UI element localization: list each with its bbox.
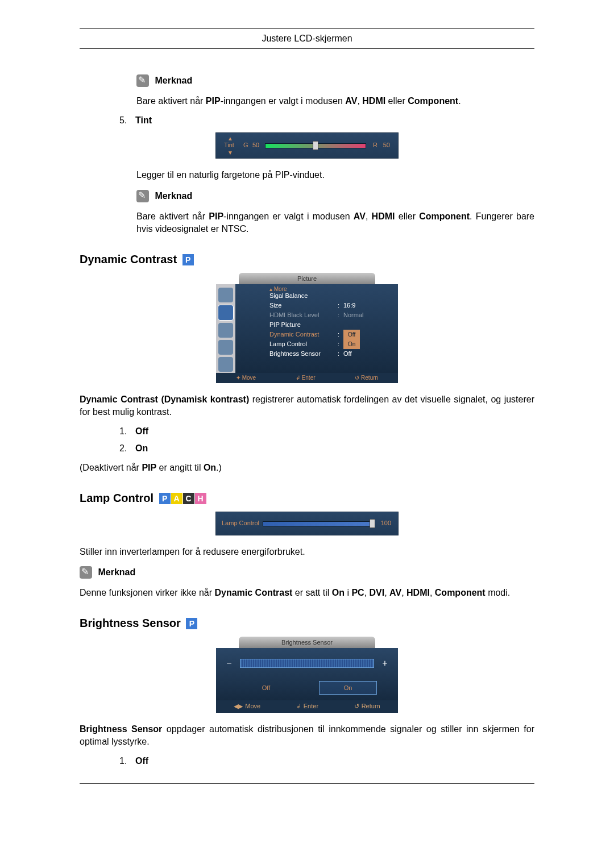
mode-badge-p: P <box>159 493 171 504</box>
mode-badge-c: C <box>183 493 194 504</box>
page-header-title: Justere LCD-skjermen <box>80 34 534 44</box>
list-item: 1.Off <box>119 426 534 437</box>
lamp-control-value: 100 <box>381 520 391 526</box>
note-label: Merknad <box>155 191 192 201</box>
more-indicator: ▴ More <box>269 286 287 292</box>
menu-row-signal-balance: Sigal Balance <box>269 291 390 301</box>
picture-menu-footer: ✦ Move ↲ Enter ↺ Return <box>216 373 398 383</box>
note-icon <box>80 566 92 579</box>
plus-icon: + <box>381 658 389 668</box>
lamp-control-bar <box>263 521 373 526</box>
tint-slider-handle <box>313 141 318 150</box>
tint-slider-widget: ▲ ▼ Tint G 50 R 50 <box>215 132 399 159</box>
minus-icon: − <box>225 658 233 668</box>
brightness-sensor-widget: Brightness Sensor − + Off On ◀▶Move ↲Ent… <box>216 637 398 713</box>
tint-description: Legger til en naturlig fargetone på PIP-… <box>136 169 534 181</box>
list-item: 2.On <box>119 443 534 454</box>
mode-badge-h: H <box>195 493 206 504</box>
note-label: Merknad <box>155 76 192 85</box>
note-icon <box>136 190 149 202</box>
menu-row-hdmi-black: HDMI Black Level:Normal <box>269 310 390 320</box>
heading-lamp-control: Lamp Control P A C H <box>80 492 534 505</box>
tint-green-label: G <box>243 142 248 148</box>
lamp-control-widget: Lamp Control 100 <box>215 512 399 535</box>
picture-menu-tab: Picture <box>239 273 375 284</box>
brightness-sensor-footer: ◀▶Move ↲Enter ↺Return <box>216 700 398 713</box>
lamp-control-description: Stiller inn inverterlampen for å reduser… <box>80 546 534 558</box>
mode-badge-p: P <box>186 618 197 629</box>
brightness-sensor-description: Brightness Sensor oppdager automatisk di… <box>80 723 534 749</box>
menu-row-lamp-control: Lamp Control:On <box>269 339 390 349</box>
note-text-2: Bare aktivert når PIP-inngangen er valgt… <box>136 210 534 236</box>
tint-red-value: 50 <box>383 142 390 148</box>
menu-row-brightness-sensor: Brightness Sensor:Off <box>269 349 390 359</box>
mode-badge-a: A <box>171 493 182 504</box>
lamp-control-handle <box>370 519 375 528</box>
brightness-on-option: On <box>319 681 377 695</box>
arrow-down-icon: ▼ <box>227 149 233 156</box>
brightness-bar <box>240 659 374 668</box>
heading-brightness-sensor: Brightness Sensor P <box>80 617 534 630</box>
lamp-control-note: Denne funksjonen virker ikke når Dynamic… <box>80 587 534 599</box>
picture-menu-widget: Picture ▴ More Sigal Balance Size:16:9 H… <box>216 273 398 383</box>
menu-row-pip-picture: PIP Picture <box>269 320 390 330</box>
brightness-off-option: Off <box>237 681 295 695</box>
note-label: Merknad <box>98 567 135 577</box>
brightness-sensor-tab: Brightness Sensor <box>239 637 375 648</box>
picture-menu-sidebar <box>216 284 235 373</box>
tint-green-value: 50 <box>252 142 259 148</box>
list-item: 1.Off <box>119 756 534 766</box>
note-text-1: Bare aktivert når PIP-inngangen er valgt… <box>136 95 534 107</box>
note-icon <box>136 74 149 87</box>
tint-red-label: R <box>373 142 377 148</box>
mode-badge-p: P <box>182 254 194 265</box>
dynamic-contrast-description: Dynamic Contrast (Dynamisk kontrast) reg… <box>80 393 534 419</box>
list-item-tint: 5.Tint <box>119 115 534 126</box>
heading-dynamic-contrast: Dynamic Contrast P <box>80 253 534 266</box>
dynamic-contrast-note: (Deaktivert når PIP er angitt til On.) <box>80 462 534 474</box>
tint-label: Tint <box>224 142 234 148</box>
lamp-control-label: Lamp Control <box>222 520 259 526</box>
arrow-up-icon: ▲ <box>227 135 233 142</box>
menu-row-dynamic-contrast: Dynamic Contrast:Off <box>269 330 390 339</box>
menu-row-size: Size:16:9 <box>269 301 390 310</box>
